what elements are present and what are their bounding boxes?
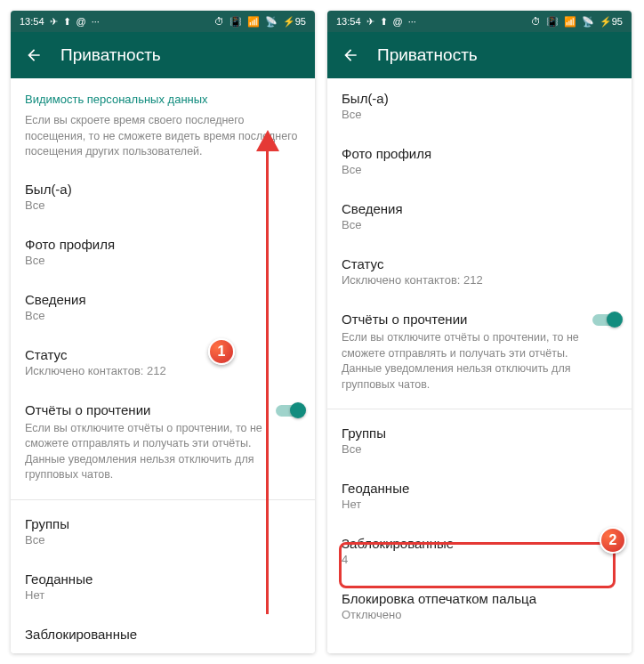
at-icon: @ <box>393 16 403 27</box>
setting-title: Отчёты о прочтении <box>342 312 584 327</box>
setting-title: Отчёты о прочтении <box>25 402 267 417</box>
setting-title: Группы <box>342 425 617 441</box>
setting-title: Фото профиля <box>25 237 301 252</box>
setting-read-receipts[interactable]: Отчёты о прочтении Если вы отключите отч… <box>11 390 315 496</box>
phone-left: 13:54 ✈ ⬆ @ ··· ⏱ 📳 📶 📡 ⚡95 Приватность … <box>11 11 315 653</box>
statusbar: 13:54 ✈ ⬆ @ ··· ⏱ 📳 📶 📡 ⚡95 <box>327 11 632 32</box>
annotation-badge-2: 2 <box>600 527 626 554</box>
alarm-off-icon: ⏱ <box>214 16 224 27</box>
setting-status[interactable]: Статус Исключено контактов: 212 <box>327 244 632 299</box>
setting-title: Геоданные <box>25 571 301 587</box>
arrow-back-icon <box>342 46 359 64</box>
back-button[interactable] <box>16 37 52 73</box>
setting-value: Все <box>342 218 617 231</box>
setting-value: Нет <box>342 498 617 511</box>
more-icon: ··· <box>408 16 416 27</box>
setting-value: Все <box>25 254 301 267</box>
setting-title: Заблокированные <box>342 536 617 551</box>
wifi-icon: 📡 <box>582 16 594 28</box>
setting-value: Все <box>342 442 617 456</box>
annotation-arrow-line <box>266 144 269 614</box>
setting-value: 4 <box>342 553 617 566</box>
at-icon: @ <box>76 16 86 27</box>
status-time: 13:54 <box>20 16 44 27</box>
read-receipts-toggle[interactable] <box>276 402 306 418</box>
setting-title: Сведения <box>25 292 301 307</box>
annotation-badge-1: 1 <box>208 338 235 365</box>
section-title: Видимость персональных данных <box>11 78 315 109</box>
settings-content-right[interactable]: Был(-а) Все Фото профиля Все Сведения Вс… <box>327 78 632 653</box>
setting-value: Все <box>342 163 617 176</box>
setting-title: Сведения <box>342 201 617 216</box>
setting-live-location[interactable]: Геоданные Нет <box>11 559 315 614</box>
wifi-icon: 📡 <box>265 16 278 28</box>
setting-title: Заблокированные <box>25 627 301 642</box>
setting-value: Все <box>25 198 301 212</box>
setting-live-location[interactable]: Геоданные Нет <box>327 468 632 523</box>
setting-read-receipts[interactable]: Отчёты о прочтении Если вы отключите отч… <box>327 299 632 405</box>
upload-icon: ⬆ <box>380 16 388 28</box>
setting-title: Блокировка отпечатком пальца <box>342 591 617 606</box>
setting-value: Нет <box>25 588 301 602</box>
setting-desc: Если вы отключите отчёты о прочтении, то… <box>342 330 584 393</box>
setting-status[interactable]: Статус Исключено контактов: 212 <box>11 335 315 390</box>
status-time: 13:54 <box>336 16 361 27</box>
setting-about[interactable]: Сведения Все <box>327 189 632 244</box>
signal-icon: 📶 <box>564 16 576 28</box>
statusbar: 13:54 ✈ ⬆ @ ··· ⏱ 📳 📶 📡 ⚡95 <box>11 11 315 32</box>
toolbar: Приватность <box>327 32 632 78</box>
setting-fingerprint-lock[interactable]: Блокировка отпечатком пальца Отключено <box>327 579 632 634</box>
vibrate-icon: 📳 <box>546 16 559 28</box>
battery-icon: ⚡95 <box>600 16 623 28</box>
telegram-icon: ✈ <box>50 16 58 28</box>
toolbar: Приватность <box>11 32 315 78</box>
setting-value: Исключено контактов: 212 <box>25 364 301 377</box>
setting-title: Статус <box>342 256 617 271</box>
setting-value: Все <box>342 108 617 121</box>
setting-value: Исключено контактов: 212 <box>342 273 617 287</box>
upload-icon: ⬆ <box>63 16 71 28</box>
setting-blocked[interactable]: Заблокированные 4 <box>327 523 632 579</box>
setting-title: Статус <box>25 347 301 362</box>
back-button[interactable] <box>333 37 368 73</box>
vibrate-icon: 📳 <box>229 16 242 28</box>
setting-value: Все <box>25 309 301 322</box>
divider <box>11 499 315 500</box>
alarm-off-icon: ⏱ <box>531 16 541 27</box>
setting-profile-photo[interactable]: Фото профиля Все <box>11 224 315 279</box>
page-title: Приватность <box>60 45 161 65</box>
setting-blocked[interactable]: Заблокированные <box>11 614 315 645</box>
setting-value: Все <box>25 533 301 547</box>
phone-right: 13:54 ✈ ⬆ @ ··· ⏱ 📳 📶 📡 ⚡95 Приватность … <box>327 11 632 653</box>
setting-groups[interactable]: Группы Все <box>11 504 315 559</box>
signal-icon: 📶 <box>247 16 260 28</box>
setting-last-seen[interactable]: Был(-а) Все <box>11 169 315 224</box>
arrow-back-icon <box>25 46 43 64</box>
page-title: Приватность <box>377 45 478 65</box>
read-receipts-toggle[interactable] <box>592 312 623 328</box>
setting-value: Отключено <box>342 608 617 621</box>
setting-groups[interactable]: Группы Все <box>327 413 632 468</box>
more-icon: ··· <box>92 16 100 27</box>
battery-icon: ⚡95 <box>283 16 306 28</box>
settings-content-left[interactable]: Видимость персональных данных Если вы ск… <box>11 78 315 653</box>
setting-title: Был(-а) <box>342 91 617 106</box>
setting-desc: Если вы отключите отчёты о прочтении, то… <box>25 421 267 483</box>
setting-last-seen[interactable]: Был(-а) Все <box>327 78 632 134</box>
setting-about[interactable]: Сведения Все <box>11 279 315 335</box>
telegram-icon: ✈ <box>366 16 374 28</box>
divider <box>327 409 632 409</box>
setting-title: Геоданные <box>342 481 617 496</box>
setting-title: Был(-а) <box>25 182 301 197</box>
setting-profile-photo[interactable]: Фото профиля Все <box>327 134 632 189</box>
setting-title: Группы <box>25 516 301 531</box>
setting-title: Фото профиля <box>342 146 617 161</box>
